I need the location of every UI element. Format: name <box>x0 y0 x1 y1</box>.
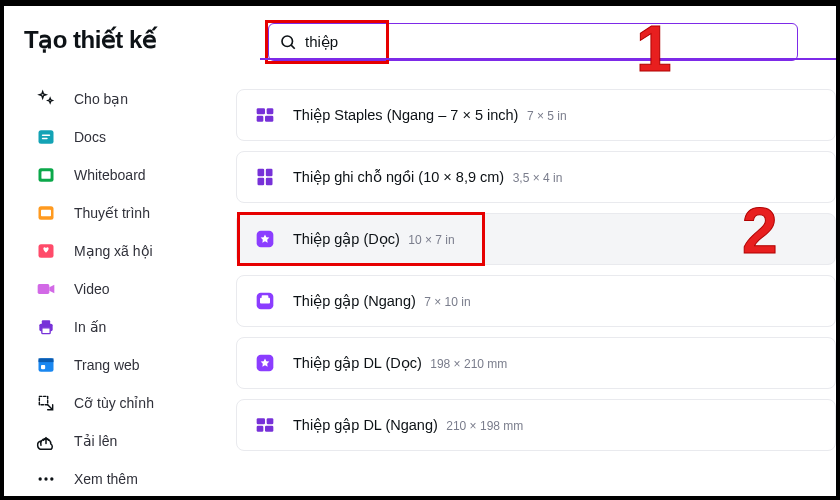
result-folded-dl-landscape[interactable]: Thiệp gập DL (Ngang) 210 × 198 mm <box>236 399 836 451</box>
sidebar-item-presentation[interactable]: Thuyết trình <box>4 194 230 232</box>
result-dimensions: 3,5 × 4 in <box>513 171 563 185</box>
result-title: Thiệp ghi chỗ ngồi (10 × 8,9 cm) <box>293 169 504 185</box>
sidebar-item-label: Xem thêm <box>74 471 138 487</box>
video-icon <box>36 279 56 299</box>
social-icon <box>36 241 56 261</box>
result-title: Thiệp gập (Ngang) <box>293 293 416 309</box>
result-place-card[interactable]: Thiệp ghi chỗ ngồi (10 × 8,9 cm) 3,5 × 4… <box>236 151 836 203</box>
search-icon <box>279 33 297 51</box>
sidebar-item-label: Docs <box>74 129 106 145</box>
sidebar-item-label: Trang web <box>74 357 140 373</box>
svg-point-19 <box>282 36 293 47</box>
svg-rect-13 <box>39 358 54 362</box>
sidebar-item-label: In ấn <box>74 319 106 335</box>
svg-point-17 <box>44 477 47 480</box>
website-icon <box>36 355 56 375</box>
docs-icon <box>36 127 56 147</box>
template-type-icon <box>253 289 277 313</box>
result-dimensions: 210 × 198 mm <box>446 419 523 433</box>
svg-rect-4 <box>41 171 50 179</box>
sidebar-item-whiteboard[interactable]: Whiteboard <box>4 156 230 194</box>
app-frame: Tạo thiết kế Cho bạn Docs Whiteboard Thu… <box>0 0 840 500</box>
svg-rect-11 <box>42 328 50 334</box>
result-title: Thiệp gập DL (Ngang) <box>293 417 438 433</box>
svg-rect-35 <box>267 418 274 424</box>
sidebar-item-more[interactable]: Xem thêm <box>4 460 230 498</box>
sidebar-item-docs[interactable]: Docs <box>4 118 230 156</box>
search-field[interactable] <box>268 23 798 61</box>
svg-line-20 <box>291 45 295 49</box>
svg-rect-14 <box>41 365 45 369</box>
svg-rect-2 <box>42 138 48 140</box>
whiteboard-icon <box>36 165 56 185</box>
svg-rect-36 <box>257 426 264 432</box>
svg-rect-25 <box>258 169 265 177</box>
template-type-icon <box>253 351 277 375</box>
svg-rect-37 <box>265 426 273 432</box>
result-title: Thiệp Staples (Ngang – 7 × 5 inch) <box>293 107 518 123</box>
sidebar-title: Tạo thiết kế <box>4 26 230 80</box>
svg-point-18 <box>50 477 53 480</box>
sidebar-item-label: Cỡ tùy chỉnh <box>74 395 154 411</box>
template-type-icon <box>253 103 277 127</box>
result-dimensions: 198 × 210 mm <box>430 357 507 371</box>
sidebar-item-print[interactable]: In ấn <box>4 308 230 346</box>
main-panel: Thiệp Staples (Ngang – 7 × 5 inch) 7 × 5… <box>230 6 836 496</box>
template-type-icon <box>253 413 277 437</box>
result-title: Thiệp gập (Dọc) <box>293 231 400 247</box>
sidebar-item-social[interactable]: Mạng xã hội <box>4 232 230 270</box>
svg-rect-22 <box>267 108 274 114</box>
svg-rect-1 <box>42 135 50 137</box>
svg-rect-34 <box>257 418 265 424</box>
result-dimensions: 7 × 10 in <box>424 295 470 309</box>
template-type-icon <box>253 227 277 251</box>
svg-rect-10 <box>42 320 50 324</box>
upload-icon <box>36 431 56 451</box>
sidebar-item-label: Cho bạn <box>74 91 128 107</box>
template-type-icon <box>253 165 277 189</box>
sidebar-item-custom-size[interactable]: Cỡ tùy chỉnh <box>4 384 230 422</box>
svg-rect-6 <box>41 210 51 217</box>
svg-rect-8 <box>38 284 50 294</box>
svg-rect-28 <box>266 178 273 186</box>
svg-rect-26 <box>266 169 273 177</box>
svg-rect-15 <box>39 396 47 404</box>
svg-rect-23 <box>257 116 264 122</box>
sidebar-item-upload[interactable]: Tải lên <box>4 422 230 460</box>
result-dimensions: 10 × 7 in <box>408 233 454 247</box>
sidebar-item-label: Thuyết trình <box>74 205 150 221</box>
sidebar-item-video[interactable]: Video <box>4 270 230 308</box>
search-input[interactable] <box>305 34 787 51</box>
sidebar-nav: Cho bạn Docs Whiteboard Thuyết trình Mạn… <box>4 80 230 498</box>
customsize-icon <box>36 393 56 413</box>
results-list: Thiệp Staples (Ngang – 7 × 5 inch) 7 × 5… <box>230 89 836 451</box>
sidebar-item-for-you[interactable]: Cho bạn <box>4 80 230 118</box>
svg-rect-32 <box>262 295 269 298</box>
svg-point-16 <box>39 477 42 480</box>
sparkle-icon <box>36 89 56 109</box>
sidebar-item-label: Mạng xã hội <box>74 243 153 259</box>
svg-rect-24 <box>265 116 273 122</box>
result-folded-dl-portrait[interactable]: Thiệp gập DL (Dọc) 198 × 210 mm <box>236 337 836 389</box>
more-icon <box>36 469 56 489</box>
sidebar-item-label: Whiteboard <box>74 167 146 183</box>
sidebar: Tạo thiết kế Cho bạn Docs Whiteboard Thu… <box>4 6 230 496</box>
presentation-icon <box>36 203 56 223</box>
result-folded-landscape[interactable]: Thiệp gập (Ngang) 7 × 10 in <box>236 275 836 327</box>
result-folded-portrait[interactable]: Thiệp gập (Dọc) 10 × 7 in <box>236 213 836 265</box>
svg-rect-21 <box>257 108 265 114</box>
result-staples-landscape[interactable]: Thiệp Staples (Ngang – 7 × 5 inch) 7 × 5… <box>236 89 836 141</box>
svg-rect-31 <box>260 298 270 304</box>
search-wrap <box>268 23 798 61</box>
sidebar-item-website[interactable]: Trang web <box>4 346 230 384</box>
result-dimensions: 7 × 5 in <box>527 109 567 123</box>
search-underline <box>260 58 836 60</box>
printer-icon <box>36 317 56 337</box>
sidebar-item-label: Tải lên <box>74 433 117 449</box>
sidebar-item-label: Video <box>74 281 110 297</box>
result-title: Thiệp gập DL (Dọc) <box>293 355 422 371</box>
svg-rect-27 <box>258 178 265 186</box>
svg-rect-0 <box>39 130 54 143</box>
